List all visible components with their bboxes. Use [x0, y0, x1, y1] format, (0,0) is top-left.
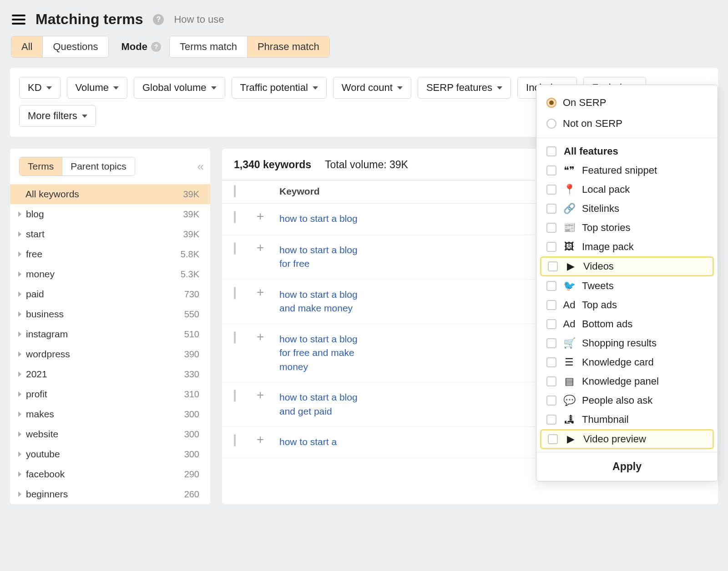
tab-terms-match[interactable]: Terms match [170, 36, 247, 57]
checkbox-feature[interactable]: ❝❞ Featured snippet [536, 161, 718, 180]
filter-more[interactable]: More filters [19, 105, 96, 127]
filter-global-volume[interactable]: Global volume [134, 77, 225, 99]
checkbox-feature[interactable]: 🛒 Shopping results [536, 334, 718, 353]
chevron-right-icon [18, 231, 21, 237]
expand-icon[interactable]: + [257, 388, 264, 402]
chevron-down-icon [497, 86, 502, 90]
sidebar-item[interactable]: free 5.8K [10, 244, 210, 264]
checkbox-all-features[interactable]: All features [536, 142, 718, 161]
checkbox-feature[interactable]: 📍 Local pack [536, 180, 718, 199]
checkbox-feature[interactable]: 🐦 Tweets [536, 276, 718, 296]
checkbox-icon [546, 300, 556, 310]
checkbox-feature[interactable]: 📰 Top stories [536, 218, 718, 237]
sidebar-item[interactable]: money 5.3K [10, 264, 210, 284]
sidebar-item[interactable]: blog 39K [10, 204, 210, 224]
filter-serp-features[interactable]: SERP features [418, 77, 511, 99]
feature-label: Shopping results [582, 337, 657, 349]
chevron-right-icon [18, 211, 21, 217]
sidebar-item-count: 300 [184, 449, 199, 460]
sidebar-item[interactable]: 2021 330 [10, 364, 210, 384]
apply-button[interactable]: Apply [536, 452, 718, 481]
row-checkbox[interactable] [234, 287, 236, 299]
sidebar-item[interactable]: beginners 260 [10, 484, 210, 504]
mode-label: Mode [121, 41, 147, 53]
expand-icon[interactable]: + [257, 330, 264, 344]
row-checkbox[interactable] [234, 331, 236, 344]
keyword-link[interactable]: how to start a [279, 435, 370, 449]
sidebar-item[interactable]: instagram 510 [10, 324, 210, 344]
checkbox-feature[interactable]: 🔗 Sitelinks [536, 199, 718, 218]
tab-phrase-match[interactable]: Phrase match [247, 36, 329, 57]
row-checkbox[interactable] [234, 390, 236, 402]
sidebar-item[interactable]: All keywords 39K [10, 184, 210, 204]
filter-traffic-potential[interactable]: Traffic potential [232, 77, 327, 99]
expand-icon[interactable]: + [257, 432, 264, 446]
sidebar-tab-terms[interactable]: Terms [20, 157, 62, 175]
radio-on-serp[interactable]: On SERP [536, 92, 718, 113]
checkbox-feature[interactable]: 💬 People also ask [536, 391, 718, 410]
feature-label: Thumbnail [582, 414, 629, 426]
sidebar-tabs: Terms Parent topics [19, 157, 135, 176]
sidebar-tab-parent[interactable]: Parent topics [62, 157, 135, 175]
row-checkbox[interactable] [234, 211, 236, 223]
expand-icon[interactable]: + [257, 285, 264, 299]
tab-all[interactable]: All [11, 36, 42, 57]
checkbox-feature[interactable]: 🖼 Image pack [536, 237, 718, 256]
expand-icon[interactable]: + [257, 209, 264, 223]
keyword-link[interactable]: how to start a blog [279, 212, 370, 225]
chevron-right-icon [18, 371, 21, 377]
checkbox-icon [546, 319, 556, 329]
sidebar-item[interactable]: facebook 290 [10, 464, 210, 484]
checkbox-feature[interactable]: Ad Top ads [536, 296, 718, 315]
sidebar-item[interactable]: profit 310 [10, 384, 210, 404]
select-all-checkbox[interactable] [234, 185, 236, 197]
keyword-link[interactable]: how to start a blog and make money [279, 288, 370, 316]
checkbox-icon [546, 165, 556, 175]
feature-label: Local pack [582, 184, 630, 195]
mode-help-icon[interactable]: ? [151, 42, 161, 52]
feature-icon: ❝❞ [564, 165, 575, 176]
checkbox-feature[interactable]: 🏞 Thumbnail [536, 410, 718, 429]
sidebar-item[interactable]: paid 730 [10, 284, 210, 304]
tab-questions[interactable]: Questions [42, 36, 108, 57]
checkbox-feature[interactable]: ▶ Video preview [541, 431, 713, 448]
radio-label: Not on SERP [563, 118, 622, 130]
keyword-link[interactable]: how to start a blog for free [279, 243, 370, 271]
mode-tabs: Terms match Phrase match [169, 36, 330, 58]
sidebar-item[interactable]: youtube 300 [10, 444, 210, 464]
checkbox-icon [546, 146, 556, 156]
feature-icon: 🛒 [564, 338, 575, 349]
sidebar-item-label: business [26, 309, 64, 320]
filter-kd[interactable]: KD [19, 77, 61, 99]
sidebar-item[interactable]: website 300 [10, 424, 210, 444]
sidebar-item[interactable]: business 550 [10, 304, 210, 324]
feature-label: Sitelinks [582, 203, 619, 215]
checkbox-feature[interactable]: ▶ Videos [541, 258, 713, 275]
sidebar-item-label: free [26, 249, 42, 260]
sidebar-item-label: paid [26, 289, 44, 300]
radio-not-on-serp[interactable]: Not on SERP [536, 113, 718, 134]
col-keyword[interactable]: Keyword [279, 186, 520, 197]
keyword-link[interactable]: how to start a blog for free and make mo… [279, 332, 370, 374]
filter-volume[interactable]: Volume [67, 77, 127, 99]
sidebar-item[interactable]: start 39K [10, 224, 210, 244]
keyword-link[interactable]: how to start a blog and get paid [279, 391, 370, 418]
checkbox-feature[interactable]: Ad Bottom ads [536, 315, 718, 334]
collapse-icon[interactable]: « [197, 160, 201, 174]
checkbox-icon [546, 223, 556, 233]
checkbox-feature[interactable]: ▤ Knowledge panel [536, 372, 718, 391]
how-to-use-link[interactable]: How to use [174, 14, 224, 25]
expand-icon[interactable]: + [257, 240, 264, 255]
row-checkbox[interactable] [234, 434, 236, 446]
menu-icon[interactable] [12, 15, 25, 25]
checkbox-icon [546, 204, 556, 214]
sidebar-item-count: 39K [183, 189, 199, 200]
filter-word-count[interactable]: Word count [333, 77, 411, 99]
help-icon[interactable]: ? [153, 14, 164, 25]
sidebar-item[interactable]: makes 300 [10, 404, 210, 424]
row-checkbox[interactable] [234, 242, 236, 255]
checkbox-feature[interactable]: ☰ Knowledge card [536, 353, 718, 372]
feature-icon: Ad [564, 319, 575, 330]
chevron-right-icon [18, 411, 21, 417]
sidebar-item[interactable]: wordpress 390 [10, 344, 210, 364]
